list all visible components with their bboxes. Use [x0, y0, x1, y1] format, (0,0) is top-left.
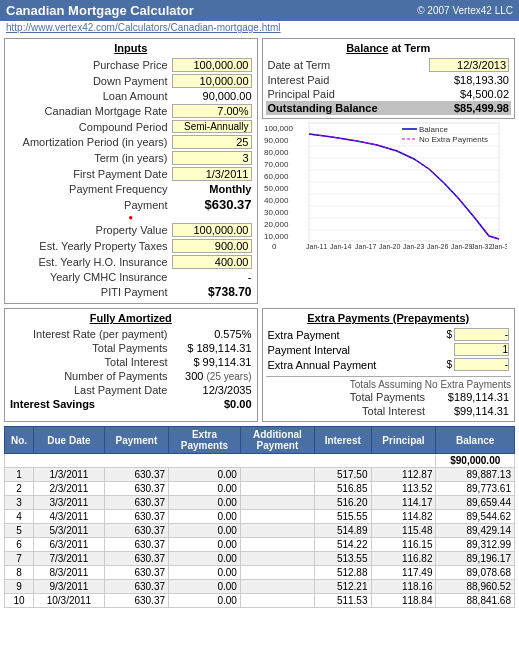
principal-paid-row: Principal Paid $4,500.02	[266, 87, 512, 101]
total-payments-row: Total Payments $ 189,114.31	[8, 341, 254, 355]
num-payments-row: Number of Payments 300 (25 years)	[8, 369, 254, 383]
table-row: 10 10/3/2011 630.37 0.00 511.53 118.84 8…	[5, 594, 515, 608]
svg-text:70,000: 70,000	[264, 160, 289, 169]
extra-annual-input-group: $	[446, 358, 509, 371]
cmhc-val: -	[172, 271, 252, 283]
outstanding-label: Outstanding Balance	[268, 102, 378, 114]
purchase-price-value[interactable]: 100,000.00	[172, 58, 252, 72]
svg-text:Jan-29: Jan-29	[451, 243, 473, 250]
term-value[interactable]: 3	[172, 151, 252, 165]
property-value-val[interactable]: 100,000.00	[172, 223, 252, 237]
website-link[interactable]: http://www.vertex42.com/Calculators/Cana…	[0, 21, 519, 34]
balance-chart: 100,000 90,000 80,000 70,000 60,000 50,0…	[262, 121, 516, 241]
first-payment-label: First Payment Date	[10, 168, 172, 180]
col-principal: Principal	[371, 427, 436, 454]
initial-balance-row: $90,000.00	[5, 454, 515, 468]
payment-row: Payment $630.37	[8, 196, 254, 213]
property-value-row: Property Value 100,000.00	[8, 222, 254, 238]
data-table-section: No. Due Date Payment ExtraPayments Addit…	[0, 426, 519, 612]
property-tax-label: Est. Yearly Property Taxes	[10, 240, 172, 252]
ep-total-payments-row: Total Payments $189,114.31	[266, 390, 512, 404]
amort-period-row: Amortization Period (in years) 25	[8, 134, 254, 150]
extra-annual-input[interactable]	[454, 358, 509, 371]
inputs-section: Inputs Purchase Price 100,000.00 Down Pa…	[4, 38, 258, 304]
table-row: 3 3/3/2011 630.37 0.00 516.20 114.17 89,…	[5, 496, 515, 510]
property-tax-val[interactable]: 900.00	[172, 239, 252, 253]
total-interest-label: Total Interest	[10, 356, 172, 368]
svg-text:Jan-35: Jan-35	[491, 243, 507, 250]
table-row: 1 1/3/2011 630.37 0.00 517.50 112.87 89,…	[5, 468, 515, 482]
amort-period-value[interactable]: 25	[172, 135, 252, 149]
num-payments-label: Number of Payments	[10, 370, 172, 382]
down-payment-label: Down Payment	[10, 75, 172, 87]
table-row: 6 6/3/2011 630.37 0.00 514.22 116.15 89,…	[5, 538, 515, 552]
amortized-title: Fully Amortized	[8, 312, 254, 324]
compound-period-row: Compound Period Semi-Annually	[8, 119, 254, 134]
payment-freq-row: Payment Frequency Monthly	[8, 182, 254, 196]
interest-rate-row: Interest Rate (per payment) 0.575%	[8, 327, 254, 341]
extra-payments-section: Extra Payments (Prepayments) Extra Payme…	[262, 308, 516, 422]
compound-period-value[interactable]: Semi-Annually	[172, 120, 252, 133]
red-dot-1: ●	[8, 213, 254, 222]
payment-interval-label: Payment Interval	[268, 344, 351, 356]
right-top: Balance at Term Date at Term 12/3/2013 I…	[262, 38, 516, 304]
loan-amount-value: 90,000.00	[172, 90, 252, 102]
ho-insurance-row: Est. Yearly H.O. Insurance 400.00	[8, 254, 254, 270]
ep-total-interest-row: Total Interest $99,114.31	[266, 404, 512, 418]
interest-savings-label: Interest Savings	[10, 398, 95, 410]
ho-insurance-label: Est. Yearly H.O. Insurance	[10, 256, 172, 268]
amortized-section: Fully Amortized Interest Rate (per payme…	[4, 308, 258, 422]
last-payment-val: 12/3/2035	[172, 384, 252, 396]
extra-payment-input[interactable]	[454, 328, 509, 341]
extra-annual-label: Extra Annual Payment	[268, 359, 377, 371]
chart-svg: 100,000 90,000 80,000 70,000 60,000 50,0…	[262, 121, 507, 251]
svg-text:Jan-14: Jan-14	[330, 243, 352, 250]
mortgage-rate-row: Canadian Mortgage Rate 7.00%	[8, 103, 254, 119]
first-payment-value[interactable]: 1/3/2011	[172, 167, 252, 181]
svg-text:60,000: 60,000	[264, 172, 289, 181]
col-no: No.	[5, 427, 34, 454]
payment-interval-input[interactable]	[454, 343, 509, 356]
balance-title: Balance at Term	[266, 42, 512, 54]
svg-text:No Extra Payments: No Extra Payments	[419, 135, 488, 144]
interest-savings-row: Interest Savings $0.00	[8, 397, 254, 411]
last-payment-row: Last Payment Date 12/3/2035	[8, 383, 254, 397]
extra-annual-row: Extra Annual Payment $	[266, 357, 512, 372]
purchase-price-label: Purchase Price	[10, 59, 172, 71]
col-balance: Balance	[436, 427, 515, 454]
mortgage-rate-label: Canadian Mortgage Rate	[10, 105, 172, 117]
date-at-term-row: Date at Term 12/3/2013	[266, 57, 512, 73]
cmhc-row: Yearly CMHC Insurance -	[8, 270, 254, 284]
purchase-price-row: Purchase Price 100,000.00	[8, 57, 254, 73]
svg-text:50,000: 50,000	[264, 184, 289, 193]
totals-note: Totals Assuming No Extra Payments	[266, 379, 512, 390]
svg-text:Jan-26: Jan-26	[427, 243, 449, 250]
extra-payment-label: Extra Payment	[268, 329, 340, 341]
inputs-title: Inputs	[8, 42, 254, 54]
term-row: Term (in years) 3	[8, 150, 254, 166]
outstanding-val: $85,499.98	[454, 102, 509, 114]
interest-paid-row: Interest Paid $18,193.30	[266, 73, 512, 87]
date-at-term-val[interactable]: 12/3/2013	[429, 58, 509, 72]
ep-total-interest-label: Total Interest	[268, 405, 430, 417]
amort-period-label: Amortization Period (in years)	[10, 136, 172, 148]
term-label: Term (in years)	[10, 152, 172, 164]
svg-text:30,000: 30,000	[264, 208, 289, 217]
payment-label: Payment	[10, 199, 172, 211]
num-payments-val: 300 (25 years)	[172, 370, 252, 382]
table-row: 8 8/3/2011 630.37 0.00 512.88 117.49 89,…	[5, 566, 515, 580]
last-payment-label: Last Payment Date	[10, 384, 172, 396]
total-payments-val: $ 189,114.31	[172, 342, 252, 354]
svg-text:Jan-11: Jan-11	[306, 243, 328, 250]
svg-text:Jan-32: Jan-32	[471, 243, 493, 250]
down-payment-value[interactable]: 10,000.00	[172, 74, 252, 88]
ho-insurance-val[interactable]: 400.00	[172, 255, 252, 269]
down-payment-row: Down Payment 10,000.00	[8, 73, 254, 89]
total-payments-label: Total Payments	[10, 342, 172, 354]
ep-total-payments-label: Total Payments	[268, 391, 430, 403]
svg-text:Balance: Balance	[419, 125, 448, 134]
first-payment-row: First Payment Date 1/3/2011	[8, 166, 254, 182]
svg-text:40,000: 40,000	[264, 196, 289, 205]
extra-payments-title: Extra Payments (Prepayments)	[266, 312, 512, 324]
mortgage-rate-value[interactable]: 7.00%	[172, 104, 252, 118]
